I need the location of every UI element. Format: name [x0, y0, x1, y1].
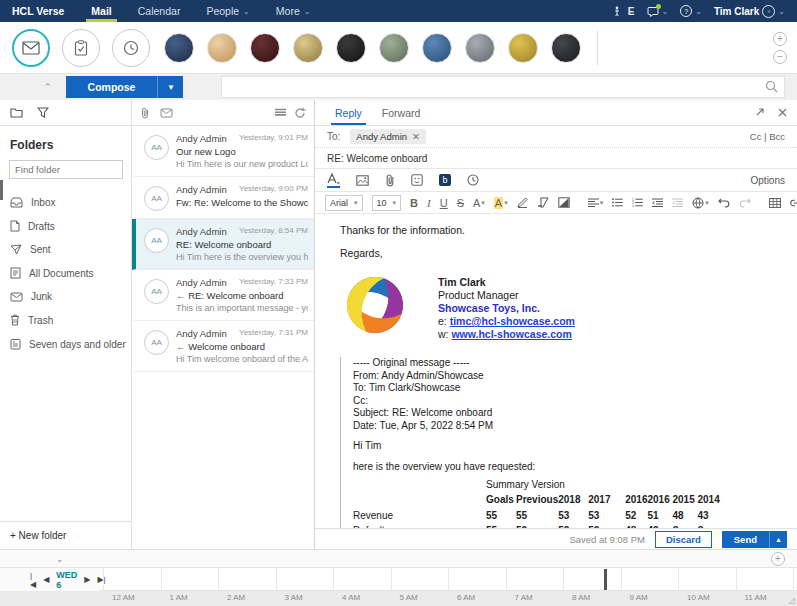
outdent-button[interactable]: [652, 198, 663, 207]
avatar[interactable]: [336, 33, 366, 63]
clear-format-icon[interactable]: [537, 197, 549, 208]
stationery-icon[interactable]: b: [439, 174, 451, 186]
first-day-button[interactable]: |◀: [30, 571, 36, 589]
avatar[interactable]: [551, 33, 581, 63]
bullet-list-button[interactable]: [612, 198, 623, 207]
avatar[interactable]: [422, 33, 452, 63]
avatar[interactable]: [207, 33, 237, 63]
numbered-list-button[interactable]: 123: [632, 198, 643, 207]
attachment-filter-icon[interactable]: [140, 107, 150, 119]
last-day-button[interactable]: ▶|: [97, 575, 105, 584]
schedule-icon[interactable]: [467, 174, 479, 186]
sidebar-item-sent[interactable]: Sent: [0, 238, 131, 261]
quick-tasks-button[interactable]: [62, 29, 100, 67]
new-folder-button[interactable]: + New folder: [0, 521, 131, 549]
undo-button[interactable]: [718, 198, 730, 208]
timeline-grid[interactable]: |◀ ◀ WED 6 ▶ ▶|: [0, 568, 797, 591]
bold-button[interactable]: B: [410, 197, 418, 209]
next-day-button[interactable]: ▶: [84, 575, 90, 584]
mail-list-item[interactable]: AAAndy AdminYesterday, 8:54 PMRE: Welcom…: [132, 219, 314, 270]
add-event-button[interactable]: +: [771, 552, 785, 566]
indent-button[interactable]: [672, 198, 683, 207]
nav-item-mail[interactable]: Mail: [78, 0, 124, 22]
message-body-editor[interactable]: Thanks for the information. Regards, Tim…: [315, 214, 797, 528]
send-options-button[interactable]: ▲: [769, 531, 787, 548]
language-button[interactable]: ▾: [692, 197, 709, 209]
search-input[interactable]: [221, 76, 785, 98]
avatar[interactable]: [250, 33, 280, 63]
sidebar-item-seven-days-and-older[interactable]: Seven days and older: [0, 332, 131, 356]
redo-button[interactable]: [739, 198, 751, 208]
avatar[interactable]: [508, 33, 538, 63]
close-icon[interactable]: [778, 108, 787, 117]
avatar[interactable]: [379, 33, 409, 63]
signature-email-link[interactable]: timc@hcl-showcase.com: [450, 315, 575, 327]
compose-dropdown-button[interactable]: ▼: [157, 76, 183, 98]
list-view-icon[interactable]: [275, 108, 286, 118]
font-color-button[interactable]: A▾: [473, 197, 485, 209]
remove-person-button[interactable]: −: [773, 50, 787, 64]
accessibility-icon[interactable]: E: [614, 6, 635, 17]
help-icon[interactable]: ? ⌄: [680, 5, 702, 17]
sidebar-item-junk[interactable]: Junk: [0, 285, 131, 308]
compose-button[interactable]: Compose: [66, 76, 158, 98]
sidebar-item-all-documents[interactable]: All Documents: [0, 261, 131, 285]
insert-link-button[interactable]: [790, 199, 797, 207]
subject-input[interactable]: [327, 153, 785, 164]
send-button[interactable]: Send: [722, 531, 769, 548]
insert-image-icon[interactable]: [356, 175, 369, 186]
mail-list-item[interactable]: AAAndy AdminYesterday, 7:31 PM← Welcome …: [132, 321, 314, 372]
avatar[interactable]: [164, 33, 194, 63]
contrast-icon[interactable]: [558, 197, 570, 208]
strikethrough-button[interactable]: S: [457, 197, 464, 209]
prev-day-button[interactable]: ◀: [43, 575, 49, 584]
sidebar-item-drafts[interactable]: Drafts: [0, 214, 131, 238]
add-person-button[interactable]: +: [773, 32, 787, 46]
refresh-icon[interactable]: [294, 107, 306, 119]
format-toggle-icon[interactable]: [327, 173, 340, 188]
options-button[interactable]: Options: [751, 175, 785, 186]
sidebar-item-inbox[interactable]: Inbox: [0, 191, 131, 214]
folders-tab-icon[interactable]: [10, 107, 23, 118]
filter-tab-icon[interactable]: [37, 107, 49, 118]
find-folder-input[interactable]: [9, 160, 123, 179]
collapse-people-bar-icon[interactable]: ⌃: [44, 82, 52, 92]
cc-bcc-toggle[interactable]: Cc | Bcc: [750, 131, 785, 142]
popout-icon[interactable]: [754, 108, 764, 118]
marker-pen-icon[interactable]: [517, 197, 528, 208]
mail-list-item[interactable]: AAAndy AdminYesterday, 9:00 PMFw: Re: We…: [132, 177, 314, 219]
font-family-select[interactable]: Arial▾: [325, 195, 363, 211]
underline-button[interactable]: U: [440, 197, 448, 209]
discard-button[interactable]: Discard: [655, 531, 712, 548]
avatar[interactable]: [465, 33, 495, 63]
collapse-timeline-icon[interactable]: ⌄: [56, 554, 64, 564]
user-menu[interactable]: Tim Clark ◦ ⌄: [714, 5, 785, 18]
resize-handle[interactable]: ◿: [789, 596, 795, 605]
mail-list-item[interactable]: AAAndy AdminYesterday, 7:33 PM← RE: Welc…: [132, 270, 314, 321]
signature-block: Tim Clark Product Manager Showcase Toys,…: [340, 270, 797, 341]
tab-forward[interactable]: Forward: [372, 100, 431, 125]
timeline-day-label[interactable]: WED 6: [56, 570, 77, 590]
sticker-icon[interactable]: [411, 174, 423, 186]
unread-filter-icon[interactable]: [160, 108, 173, 118]
nav-item-people[interactable]: People⌄: [193, 0, 262, 22]
sidebar-item-trash[interactable]: Trash: [0, 308, 131, 332]
avatar[interactable]: [293, 33, 323, 63]
italic-button[interactable]: I: [427, 197, 431, 209]
mail-list-item[interactable]: AAAndy AdminYesterday, 9:01 PMOur new Lo…: [132, 126, 314, 177]
search-icon[interactable]: [765, 80, 778, 93]
nav-item-calendar[interactable]: Calendar: [125, 0, 194, 22]
align-button[interactable]: ▾: [588, 198, 604, 207]
highlight-color-button[interactable]: A▾: [494, 197, 508, 209]
attach-file-icon[interactable]: [385, 174, 395, 187]
nav-item-more[interactable]: More⌄: [263, 0, 324, 22]
recipient-chip[interactable]: Andy Admin✕: [350, 129, 426, 144]
notifications-icon[interactable]: ⌄: [647, 6, 669, 17]
font-size-select[interactable]: 10▾: [372, 195, 402, 211]
insert-table-button[interactable]: [769, 198, 781, 208]
quick-recent-button[interactable]: [112, 29, 150, 67]
signature-web-link[interactable]: www.hcl-showcase.com: [451, 328, 571, 340]
remove-recipient-icon[interactable]: ✕: [412, 131, 420, 142]
tab-reply[interactable]: Reply: [325, 100, 372, 125]
quick-mail-button[interactable]: [12, 29, 50, 67]
